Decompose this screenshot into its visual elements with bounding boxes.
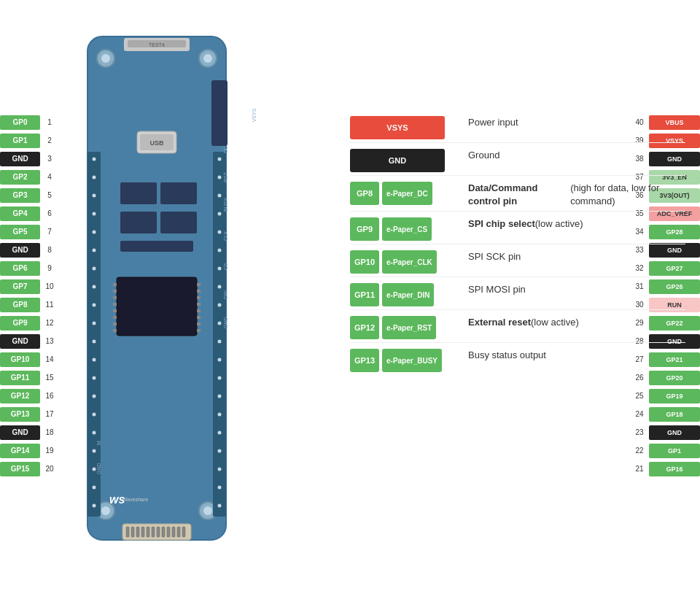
svg-text:M: M [96,441,101,445]
svg-point-4 [203,54,212,63]
svg-point-35 [93,194,96,198]
svg-text:DIN: DIN [223,290,228,299]
svg-rect-90 [167,527,170,537]
pin-label: GP6 [0,261,40,276]
svg-rect-15 [117,277,197,336]
legend-row: GP9e-Paper_CSSPI chip select (low active… [350,215,685,244]
svg-point-43 [93,340,96,344]
pin-label: GP3 [0,188,40,203]
svg-rect-91 [172,527,175,537]
svg-rect-77 [160,212,197,233]
legend-row: GP8e-Paper_DCData/Command control pin (h… [350,179,685,212]
svg-point-59 [218,249,222,252]
pin-label: GND [649,425,700,440]
pin-label: GP8 [0,298,40,312]
pin-label: GND [0,425,40,440]
svg-rect-18 [113,296,117,299]
svg-point-36 [93,212,96,216]
legend-description: SPI SCK pin [459,250,685,263]
svg-point-63 [218,322,222,325]
svg-point-34 [93,176,96,179]
svg-point-8 [203,506,212,515]
svg-rect-78 [120,241,193,252]
pin-label: GP0 [0,115,40,130]
pin-number: 22 [632,447,647,455]
pin-number: 16 [42,392,57,400]
svg-rect-16 [113,283,117,286]
svg-point-45 [93,376,96,380]
pin-number: 12 [42,319,57,327]
pin-label: GP10 [0,352,40,367]
svg-rect-28 [197,309,201,312]
svg-point-52 [93,504,96,508]
board-diagram: TEST4 USB [44,22,270,555]
legend-gp-box: GP12 [350,316,379,339]
left-pin-row: GP710 [0,277,57,296]
left-pin-row: GP1520 [0,460,57,478]
svg-rect-21 [113,316,117,319]
legend-gp-box: GP11 [350,283,379,306]
svg-point-64 [218,340,222,344]
legend-gp-box: GP13 [350,349,379,372]
left-pin-row: GP12 [0,131,57,150]
right-pin-row: GP122 [632,441,700,460]
pin-label: GP5 [0,225,40,239]
legend-func-box: e-Paper_BUSY [382,349,442,372]
pin-label: GP12 [0,389,40,403]
pin-number: 17 [42,410,57,418]
svg-point-41 [93,304,96,307]
pin-label: GP1 [649,444,700,458]
svg-point-70 [218,449,222,453]
svg-rect-27 [197,303,201,306]
svg-text:BUSY: BUSY [223,198,228,212]
svg-point-33 [93,158,96,161]
svg-rect-23 [113,329,117,332]
legend-pin-box: VSYS [350,116,445,139]
svg-point-50 [93,468,96,471]
legend-pins: GND [350,149,459,172]
legend-pins: GP10e-Paper_CLK [350,250,459,274]
svg-text:USB: USB [149,139,164,147]
svg-point-57 [218,212,222,216]
left-pin-row: GP811 [0,296,57,314]
svg-rect-92 [177,527,180,537]
legend-pins: GP11e-Paper_DIN [350,283,459,306]
legend-func-box: e-Paper_CLK [382,250,437,274]
svg-point-6 [101,506,110,515]
legend-pin-box: GND [350,149,445,172]
legend-row: GP13e-Paper_BUSYBusy status output [350,346,685,375]
legend-gp-box: GP10 [350,250,379,274]
right-pin-row: GND23 [632,423,700,441]
pin-label: GP4 [0,206,40,221]
pin-label: GP19 [649,389,700,403]
svg-point-44 [93,358,96,362]
right-pin-row: GP1621 [632,460,700,478]
svg-point-60 [218,267,222,271]
legend-func-box: e-Paper_RST [382,316,436,339]
pin-number: 13 [42,337,57,345]
svg-rect-76 [120,212,157,233]
pin-label: GP14 [0,444,40,458]
pin-number: 3 [42,155,57,163]
svg-point-65 [218,358,222,362]
svg-rect-22 [113,322,117,325]
pin-number: 25 [632,392,647,400]
svg-point-68 [218,413,222,417]
left-pin-row: GP1216 [0,387,57,405]
pin-number: 24 [632,410,647,418]
pin-label: GP15 [0,462,40,476]
legend-func-box: e-Paper_DC [382,182,432,205]
svg-point-38 [93,249,96,252]
pin-label: GP9 [0,316,40,331]
legend-gp-box: GP8 [350,182,379,205]
left-pin-row: GND18 [0,423,57,441]
svg-point-51 [93,486,96,490]
legend-description: SPI chip select (low active) [459,217,685,231]
legend-row: VSYSPower input [350,113,685,143]
pin-number: 18 [42,428,57,436]
left-pin-row: GP1014 [0,350,57,368]
legend-description: SPI MOSI pin [459,283,685,296]
svg-text:GND: GND [223,317,228,328]
legend-row: GP10e-Paper_CLKSPI SCK pin [350,247,685,277]
svg-text:VSYS: VSYS [252,108,257,122]
